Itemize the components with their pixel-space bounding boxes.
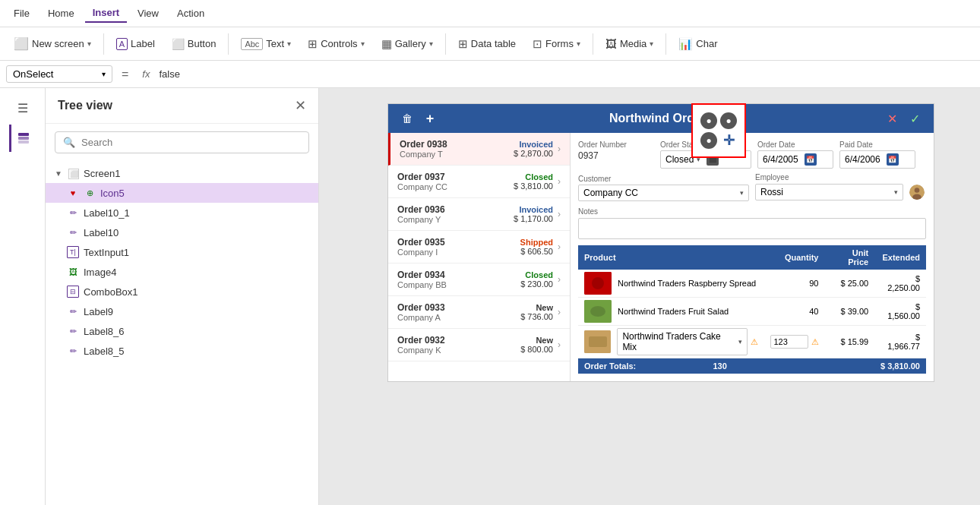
order-item-0937[interactable]: Order 0937 Company CC Closed $ 3,810.00 … (388, 166, 570, 198)
header-check-icon[interactable]: ✓ (906, 110, 923, 127)
label8-5-icon: ✏ (67, 345, 79, 357)
app-header-right-icons: ✕ ✓ (884, 110, 923, 127)
icon5-selected-overlay[interactable]: ● ● ● ✛ (691, 103, 746, 158)
sidebar-menu-icon[interactable]: ☰ (9, 94, 36, 122)
product-2-qty-warn: ⚠ (811, 337, 819, 347)
label-button[interactable]: A Label (109, 34, 163, 54)
media-label: Media (620, 38, 646, 49)
order-0938-amount: $ 2,870.00 (514, 149, 553, 158)
tree-item-label10-1[interactable]: ✏ Label10_1 (46, 203, 318, 223)
label10-1-icon: ✏ (67, 207, 79, 219)
data-table-icon: ⊞ (458, 37, 468, 51)
chart-button[interactable]: 📊 Char (671, 33, 725, 55)
icon5-plus-icon: ⊕ (84, 187, 96, 199)
menu-action[interactable]: Action (169, 5, 212, 22)
order-0932-right: New $ 800.00 (520, 336, 553, 354)
order-0933-number: Order 0933 (397, 302, 520, 313)
tree-item-label8-5[interactable]: ✏ Label8_5 (46, 341, 318, 361)
order-item-0932[interactable]: Order 0932 Company K New $ 800.00 › (388, 329, 570, 361)
order-0937-company: Company CC (397, 182, 514, 191)
order-0938-number: Order 0938 (400, 139, 514, 150)
panel-close-button[interactable]: ✕ (295, 97, 306, 114)
field-order-date: Order Date 6/4/2005 📅 (757, 140, 833, 169)
media-icon: 🖼 (605, 37, 617, 50)
detail-row1: Order Number 0937 Order Status Closed ▾ … (578, 140, 926, 169)
controls-icon: ⊞ (308, 37, 318, 51)
text-button[interactable]: Abc Text ▾ (233, 34, 299, 54)
menu-view[interactable]: View (130, 5, 166, 22)
tree-item-label10[interactable]: ✏ Label10 (46, 223, 318, 242)
order-0935-amount: $ 606.50 (520, 247, 553, 256)
tree-item-textinput1[interactable]: T| TextInput1 (46, 242, 318, 262)
tree-item-screen1[interactable]: ▼ ⬜ Screen1 (46, 164, 318, 183)
customer-value: Company CC (583, 188, 638, 198)
media-chevron: ▾ (650, 39, 653, 48)
combobox1-icon: ⊟ (67, 286, 79, 298)
tree-item-icon5[interactable]: ♥ ⊕ Icon5 (46, 183, 318, 203)
header-close-icon[interactable]: ✕ (884, 110, 900, 127)
tree-label-textinput1: TextInput1 (84, 247, 129, 258)
order-0935-chevron: › (558, 241, 561, 252)
order-0937-info: Order 0937 Company CC (397, 172, 514, 191)
order-0933-info: Order 0933 Company A (397, 302, 520, 322)
formula-input[interactable] (159, 68, 974, 80)
media-button[interactable]: 🖼 Media ▾ (598, 33, 661, 54)
main-layout: ☰ Tree view ✕ 🔍 ▼ ⬜ Screen1 (0, 88, 980, 505)
product-2-name: Northwind Traders Cake Mix (622, 331, 735, 352)
new-screen-button[interactable]: ⬜ New screen ▾ (6, 33, 99, 55)
customer-dropdown[interactable]: Company CC ▾ (578, 185, 749, 201)
image4-icon: 🖼 (67, 266, 79, 278)
search-input[interactable] (81, 137, 301, 148)
property-selector[interactable]: OnSelect ▾ (6, 65, 112, 83)
order-item-0936[interactable]: Order 0936 Company Y Invoiced $ 1,170.00… (388, 198, 570, 231)
separator1 (103, 33, 104, 55)
order-0934-chevron: › (558, 274, 561, 285)
tree-item-label8-6[interactable]: ✏ Label8_6 (46, 321, 318, 341)
order-item-0934[interactable]: Order 0934 Company BB Closed $ 230.00 › (388, 264, 570, 296)
text-chevron: ▾ (287, 39, 291, 48)
employee-row: Rossi ▾ (755, 183, 926, 201)
product-1-name: Northwind Traders Fruit Salad (618, 307, 729, 316)
trash-icon[interactable]: 🗑 (399, 110, 416, 127)
tree-item-image4[interactable]: 🖼 Image4 (46, 262, 318, 282)
employee-dropdown[interactable]: Rossi ▾ (755, 184, 903, 200)
order-date-dropdown[interactable]: 6/4/2005 📅 (757, 150, 833, 169)
property-value: OnSelect (13, 68, 53, 80)
detail-row2: Customer Company CC ▾ Employee Rossi (578, 173, 926, 201)
product-row-0: Northwind Traders Raspberry Spread 90 $ … (578, 270, 926, 298)
menu-home[interactable]: Home (40, 5, 82, 22)
tree-item-combobox1[interactable]: ⊟ ComboBox1 (46, 282, 318, 301)
tree-item-label9[interactable]: ✏ Label9 (46, 301, 318, 321)
order-item-0935[interactable]: Order 0935 Company I Shipped $ 606.50 › (388, 231, 570, 264)
product-2-qty-input[interactable] (770, 335, 808, 349)
product-2-dropdown[interactable]: Northwind Traders Cake Mix ▾ (617, 328, 747, 355)
paid-date-dropdown[interactable]: 6/4/2006 📅 (839, 150, 915, 169)
menu-insert[interactable]: Insert (85, 4, 127, 23)
totals-qty: 130 (713, 361, 726, 371)
text-label: Text (266, 38, 284, 49)
label10-icon: ✏ (67, 226, 79, 238)
product-2-cell: Northwind Traders Cake Mix ▾ ⚠ (578, 326, 764, 358)
order-date-cal-icon[interactable]: 📅 (805, 153, 817, 166)
order-item-0938[interactable]: Order 0938 Company T Invoiced $ 2,870.00… (388, 133, 570, 166)
gallery-button[interactable]: ▦ Gallery ▾ (374, 33, 441, 55)
order-0932-status: New (520, 336, 553, 345)
forms-button[interactable]: ⊡ Forms ▾ (525, 33, 588, 55)
controls-button[interactable]: ⊞ Controls ▾ (300, 33, 371, 55)
notes-label: Notes (578, 207, 598, 216)
add-icon[interactable]: + (422, 110, 438, 127)
order-0932-info: Order 0932 Company K (397, 335, 520, 355)
menu-file[interactable]: File (6, 5, 37, 22)
label-icon: A (116, 38, 128, 50)
chart-label: Char (696, 38, 717, 49)
panel-title: Tree view (58, 99, 112, 112)
product-row-2: Northwind Traders Cake Mix ▾ ⚠ (578, 326, 926, 358)
button-button[interactable]: ⬜ Button (164, 34, 224, 54)
paid-date-cal-icon[interactable]: 📅 (887, 153, 899, 166)
data-table-button[interactable]: ⊞ Data table (450, 33, 523, 55)
order-0937-amount: $ 3,810.00 (514, 181, 553, 191)
sidebar-layers-icon[interactable] (9, 125, 36, 152)
svg-rect-11 (589, 336, 607, 347)
notes-input[interactable] (578, 218, 926, 239)
order-item-0933[interactable]: Order 0933 Company A New $ 736.00 › (388, 296, 570, 329)
